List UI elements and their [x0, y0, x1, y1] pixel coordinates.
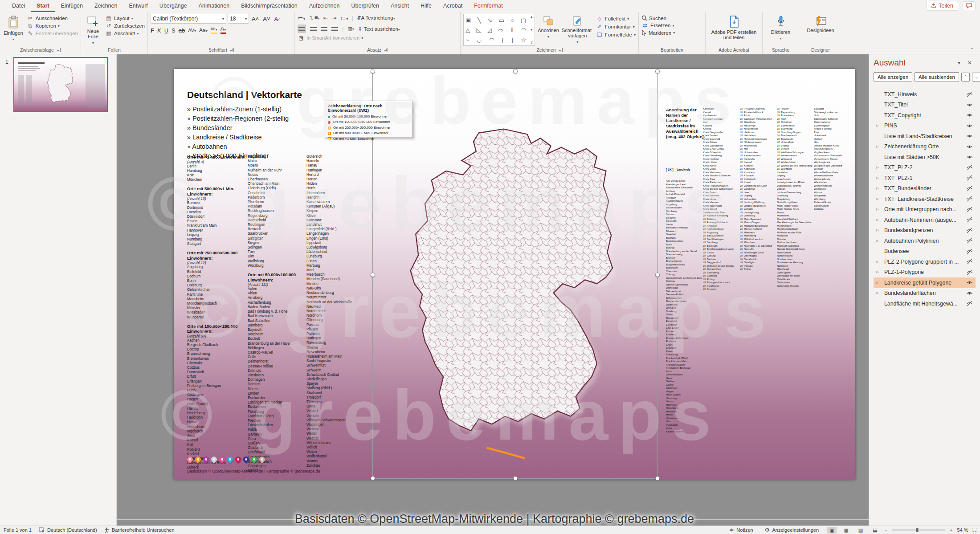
shape-outline-button[interactable]: ✐Formkontur ▾ — [596, 24, 636, 30]
ribbon-tab[interactable]: Datei — [6, 0, 31, 12]
reading-view-button[interactable]: ▤ — [856, 527, 866, 534]
adobe-pdf-button[interactable]: Adobe PDF erstellen und teilen — [709, 14, 759, 40]
visibility-eye-icon[interactable] — [964, 238, 975, 244]
ribbon-tab[interactable]: Animationen — [193, 0, 236, 12]
shape-glyph[interactable]: ▢ — [521, 17, 526, 24]
selection-pane-item[interactable]: ▷ PLZ-2-Polygone gruppiert in ... — [874, 257, 976, 267]
move-down-button[interactable]: ⌄ — [972, 73, 980, 82]
show-all-button[interactable]: Alle anzeigen — [874, 72, 912, 82]
selection-pane-item[interactable]: Landfläche mit Hoheitsgewä... — [874, 298, 976, 309]
shape-glyph[interactable]: ○ — [510, 17, 514, 24]
numbering-button[interactable]: ⒈≡▾ — [309, 14, 320, 22]
ribbon-tab[interactable]: Bildschirmpräsentation — [235, 0, 303, 12]
visibility-eye-icon[interactable] — [964, 144, 975, 150]
pane-options-button[interactable]: ▾ — [954, 59, 964, 67]
zoom-slider-thumb[interactable] — [916, 528, 918, 532]
selection-pane-item[interactable]: TXT_Titel — [874, 100, 976, 110]
visibility-eye-icon[interactable] — [964, 175, 975, 181]
align-text-button[interactable]: ⇳ Text ausrichten▾ — [358, 26, 400, 32]
slideshow-view-button[interactable]: ⬓ — [870, 527, 880, 534]
visibility-eye-icon[interactable] — [964, 91, 975, 97]
shapes-gallery[interactable]: ▣╲↘▭○▢ △◺◿⇨⇩◠ ~◡◠{}☆ ▲▼⊽ — [463, 14, 535, 46]
section-button[interactable]: ▦Abschnitt ▾ — [105, 30, 145, 37]
visibility-eye-icon[interactable] — [964, 186, 975, 192]
visibility-eye-icon[interactable] — [964, 102, 975, 108]
columns-button[interactable]: ▥▾ — [347, 26, 354, 32]
expand-arrow-icon[interactable]: ▷ — [874, 228, 881, 232]
shape-effects-button[interactable]: ❏Formeffekte ▾ — [596, 32, 636, 38]
expand-arrow-icon[interactable]: ▷ — [874, 208, 881, 211]
hide-all-button[interactable]: Alle ausblenden — [915, 72, 959, 82]
cut-button[interactable]: ✂Ausschneiden — [27, 15, 78, 21]
visibility-eye-icon[interactable] — [964, 165, 975, 171]
expand-arrow-icon[interactable]: ▷ — [874, 218, 881, 222]
dialog-launcher-font[interactable] — [230, 48, 234, 52]
selection-pane-item[interactable]: ▷ Zeichenerklärung Orte — [874, 142, 976, 152]
display-settings-button[interactable]: ⚙Anzeigeeinstellungen — [761, 527, 822, 533]
format-painter-button[interactable]: ✎Format übertragen — [27, 30, 78, 37]
resize-handle-nw[interactable] — [371, 69, 375, 73]
visibility-eye-icon[interactable] — [964, 249, 975, 254]
visibility-eye-icon[interactable] — [964, 301, 975, 306]
expand-arrow-icon[interactable]: ▷ — [874, 187, 881, 190]
shape-glyph[interactable]: ◺ — [477, 27, 481, 33]
design-ideas-button[interactable]: Designideen — [803, 14, 838, 33]
new-slide-button[interactable]: Neue Folie▾ — [84, 14, 102, 46]
expand-arrow-icon[interactable]: ▷ — [874, 239, 881, 243]
expand-arrow-icon[interactable]: ▷ — [874, 176, 881, 180]
shape-fill-button[interactable]: ◇Fülleffekt ▾ — [596, 16, 636, 22]
fit-to-window-button[interactable]: ⛶ — [973, 527, 976, 533]
ribbon-tab[interactable]: Formformat — [468, 0, 509, 12]
visibility-eye-icon[interactable] — [964, 217, 975, 223]
shape-glyph[interactable]: ◿ — [487, 27, 492, 33]
align-right-button[interactable] — [321, 25, 327, 32]
shape-glyph[interactable]: } — [511, 37, 513, 43]
dialog-launcher-clipboard[interactable] — [57, 48, 61, 52]
selection-pane-item[interactable]: ▷ Bundeslandgrenzen — [874, 225, 976, 236]
ribbon-tab[interactable]: Einfügen — [55, 0, 89, 12]
germany-map[interactable] — [375, 96, 664, 480]
selection-pane-item[interactable]: Liste mit Städten >50K — [874, 152, 976, 163]
visibility-eye-icon[interactable] — [964, 280, 975, 285]
shape-glyph[interactable]: ╲ — [478, 17, 481, 24]
share-button[interactable]: Teilen — [926, 1, 958, 11]
font-size-combo[interactable]: 18▾ — [228, 14, 249, 24]
ribbon-tab[interactable]: Ansicht — [385, 0, 415, 12]
bold-button[interactable]: F — [151, 27, 154, 34]
selection-pane-item[interactable]: ▷ TXT_Landkreise-Stadtkreise — [874, 194, 976, 204]
selection-pane-item[interactable]: ▷ Bundesländerflächen — [874, 288, 976, 299]
italic-button[interactable]: K — [157, 27, 161, 34]
shape-glyph[interactable]: ☆ — [521, 37, 527, 43]
slide-thumbnail[interactable] — [13, 57, 108, 112]
spellcheck-button[interactable]: Deutsch (Deutschland) — [35, 527, 101, 533]
select-button[interactable]: Markieren ▾ — [641, 30, 675, 36]
slide-sorter-view-button[interactable]: ▦ — [841, 527, 851, 534]
replace-button[interactable]: ⇄Ersetzen ▾ — [641, 22, 675, 29]
zoom-out-button[interactable]: − — [885, 527, 887, 533]
line-spacing-button[interactable]: ↕≡▾ — [340, 15, 348, 21]
ribbon-tab[interactable]: Acrobat — [437, 0, 468, 12]
align-center-button[interactable] — [310, 25, 317, 32]
accessibility-button[interactable]: Barrierefreiheit: Untersuchen — [101, 527, 178, 533]
ribbon-tab[interactable]: Übergänge — [154, 0, 193, 12]
selection-pane-item[interactable]: ▷ Landkreise gefüllt Polygone — [874, 277, 976, 288]
expand-arrow-icon[interactable]: ▷ — [874, 260, 881, 264]
comments-button[interactable] — [963, 1, 976, 10]
copy-button[interactable]: ⧉Kopieren ▾ — [27, 23, 78, 29]
bullets-button[interactable]: ≔▾ — [298, 15, 305, 21]
visibility-eye-icon[interactable] — [964, 290, 975, 296]
quick-styles-button[interactable]: Schnellformat-vorlagen▾ — [562, 14, 593, 45]
ribbon-tab[interactable]: Überprüfen — [345, 0, 385, 12]
arrange-button[interactable]: Anordnen▾ — [538, 14, 559, 40]
dialog-launcher-paragraph[interactable] — [384, 48, 388, 52]
zoom-slider[interactable] — [892, 530, 945, 530]
underline-button[interactable]: U — [164, 27, 168, 34]
shape-glyph[interactable]: ~ — [466, 37, 469, 43]
notes-button[interactable]: ≐Notizen — [726, 527, 756, 533]
ribbon-tab[interactable]: Hilfe — [415, 0, 437, 12]
shape-glyph[interactable]: ⇩ — [510, 27, 514, 33]
change-case-button[interactable]: Aa▾ — [199, 27, 208, 33]
shape-glyph[interactable]: ◠ — [489, 37, 494, 43]
collapse-ribbon-button[interactable]: ⌃ — [964, 47, 980, 54]
expand-arrow-icon[interactable]: ▷ — [874, 166, 881, 169]
